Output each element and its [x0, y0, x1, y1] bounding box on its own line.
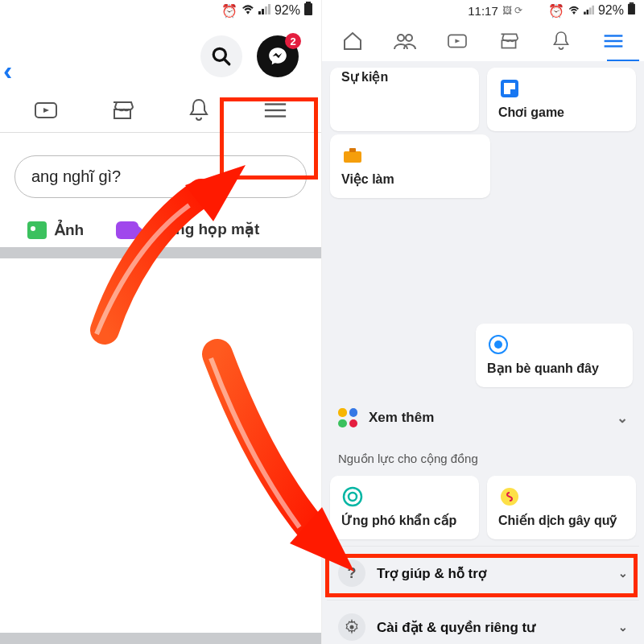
svg-point-33 — [344, 488, 361, 506]
search-button[interactable] — [200, 35, 242, 77]
search-icon — [211, 46, 232, 67]
photo-label: Ảnh — [55, 221, 84, 239]
chevron-down-icon: ⌄ — [618, 621, 628, 634]
battery-icon — [627, 2, 636, 19]
settings-privacy-row[interactable]: Cài đặt & quyền riêng tư ⌄ — [327, 600, 639, 644]
left-screenshot: ⏰ 92% ‹ 2 — [0, 0, 322, 644]
svg-point-20 — [406, 35, 412, 41]
events-label: Sự kiện — [341, 69, 468, 85]
svg-rect-13 — [584, 12, 586, 14]
briefcase-icon — [341, 144, 364, 167]
svg-rect-0 — [258, 11, 261, 14]
card-row-top: Sự kiện Chơi game — [330, 68, 636, 131]
gaming-icon — [498, 77, 521, 100]
photo-button[interactable]: Ảnh — [27, 221, 84, 239]
status-bar-right: 11:17 🖼 ⟳ ⏰ 92% — [322, 0, 644, 21]
notifications-tab[interactable] — [187, 98, 211, 122]
svg-point-36 — [350, 625, 354, 630]
menu-tab-active[interactable] — [601, 29, 625, 53]
see-more-icon — [338, 408, 357, 427]
svg-point-32 — [494, 341, 502, 349]
nearby-icon — [487, 333, 510, 356]
settings-label: Cài đặt & quyền riêng tư — [377, 619, 535, 636]
svg-rect-4 — [306, 2, 311, 3]
battery-icon — [303, 2, 313, 19]
svg-rect-2 — [265, 6, 267, 14]
svg-point-19 — [398, 35, 404, 41]
right-nav-tabs — [322, 21, 644, 61]
status-bar-left: ⏰ 92% — [0, 0, 321, 21]
svg-rect-28 — [504, 86, 510, 94]
highlight-settings-row — [325, 554, 638, 597]
events-card[interactable]: Sự kiện — [330, 68, 479, 131]
alarm-icon: ⏰ — [221, 3, 237, 19]
emergency-icon — [341, 485, 364, 508]
right-screenshot: 11:17 🖼 ⟳ ⏰ 92% S — [322, 0, 644, 644]
friends-tab[interactable] — [393, 29, 417, 53]
svg-rect-17 — [630, 2, 634, 4]
watch-tab[interactable] — [34, 98, 58, 122]
wifi-icon — [568, 3, 580, 18]
chevron-down-icon: ⌄ — [617, 410, 628, 427]
room-button[interactable]: Phòng họp mặt — [116, 221, 310, 239]
home-tab[interactable] — [341, 29, 365, 53]
svg-rect-15 — [589, 7, 592, 14]
nearby-friends-row: Bạn bè quanh đây — [330, 324, 636, 387]
card-row-2: Việc làm — [330, 134, 636, 198]
messenger-button[interactable]: 2 — [257, 35, 299, 77]
svg-rect-14 — [587, 10, 589, 14]
gaming-card[interactable]: Chơi game — [487, 68, 636, 131]
bottom-strip — [0, 633, 321, 644]
svg-rect-1 — [262, 9, 264, 14]
marketplace-tab[interactable] — [497, 29, 521, 53]
svg-rect-29 — [344, 151, 361, 163]
composer-attachments: Ảnh Phòng họp mặt — [11, 221, 310, 239]
messenger-icon — [267, 46, 288, 67]
svg-rect-16 — [592, 6, 594, 14]
composer-placeholder: ang nghĩ gì? — [31, 167, 121, 185]
photo-icon — [27, 221, 47, 239]
divider-strip — [0, 247, 321, 258]
fundraiser-icon — [498, 485, 521, 508]
battery-percent: 92% — [275, 3, 300, 18]
tutorial-container: ⏰ 92% ‹ 2 — [0, 0, 644, 644]
community-resources-label: Nguồn lực cho cộng đồng — [327, 442, 639, 469]
room-label: Phòng họp mặt — [147, 221, 259, 238]
jobs-label: Việc làm — [341, 171, 479, 187]
notifications-tab[interactable] — [549, 29, 573, 53]
alarm-icon: ⏰ — [548, 3, 564, 19]
fundraiser-card[interactable]: Chiến dịch gây quỹ — [487, 476, 636, 539]
wifi-icon — [241, 3, 255, 18]
signal-icon — [584, 3, 595, 18]
gaming-label: Chơi game — [498, 105, 625, 120]
status-small-icons: 🖼 ⟳ — [502, 5, 522, 16]
signal-icon — [258, 3, 271, 18]
svg-rect-30 — [349, 148, 356, 152]
emergency-card[interactable]: Ứng phó khẩn cấp — [330, 476, 479, 539]
messenger-badge: 2 — [285, 33, 301, 49]
svg-rect-3 — [268, 4, 270, 14]
nearby-friends-card[interactable]: Bạn bè quanh đây — [476, 324, 633, 387]
see-more-row[interactable]: Xem thêm ⌄ — [327, 394, 639, 442]
battery-percent: 92% — [598, 3, 624, 18]
back-chevron[interactable]: ‹ — [3, 55, 12, 86]
jobs-card[interactable]: Việc làm — [330, 134, 490, 198]
svg-point-34 — [349, 493, 357, 501]
highlight-menu-button — [220, 97, 318, 180]
see-more-label: Xem thêm — [369, 410, 434, 426]
left-header-actions: 2 — [0, 21, 321, 84]
community-cards: Ứng phó khẩn cấp Chiến dịch gây quỹ — [330, 476, 636, 539]
emergency-label: Ứng phó khẩn cấp — [341, 513, 468, 528]
svg-rect-5 — [304, 3, 312, 15]
fundraiser-label: Chiến dịch gây quỹ — [498, 513, 625, 528]
marketplace-tab[interactable] — [110, 98, 134, 122]
nearby-label: Bạn bè quanh đây — [487, 361, 621, 376]
svg-rect-18 — [628, 4, 635, 14]
gear-icon — [338, 613, 365, 641]
watch-tab[interactable] — [445, 29, 469, 53]
video-room-icon — [116, 221, 138, 239]
status-time: 11:17 — [468, 4, 498, 18]
svg-line-7 — [224, 59, 229, 64]
